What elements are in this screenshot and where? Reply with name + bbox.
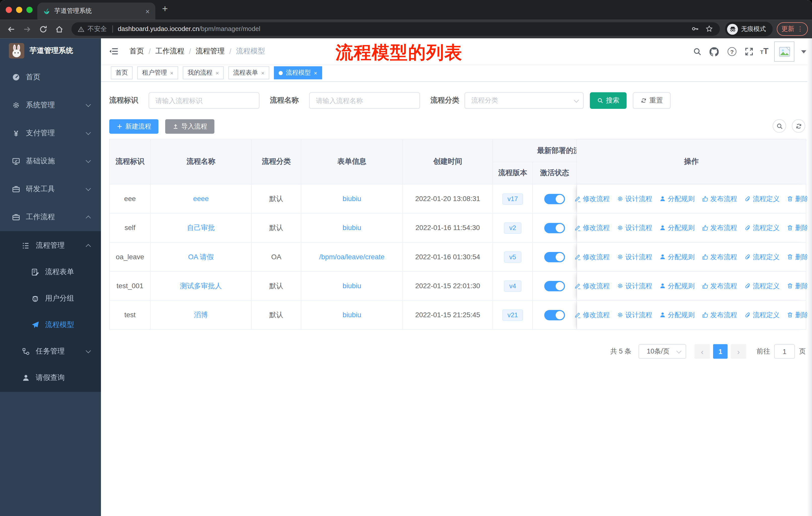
active-toggle[interactable] xyxy=(544,193,565,204)
tag-my-process[interactable]: 我的流程× xyxy=(183,66,224,79)
sidebar-item-system[interactable]: 系统管理 xyxy=(0,91,101,119)
action-publish-process[interactable]: 发布流程 xyxy=(701,310,737,320)
prev-page-button[interactable]: ‹ xyxy=(694,344,710,359)
action-publish-process[interactable]: 发布流程 xyxy=(701,252,737,262)
action-design-process[interactable]: 设计流程 xyxy=(616,281,652,291)
tag-process-form[interactable]: 流程表单× xyxy=(229,66,269,79)
active-toggle[interactable] xyxy=(544,223,565,233)
sidebar-item-workflow[interactable]: 工作流程 xyxy=(0,203,101,231)
form-info-link[interactable]: biubiu xyxy=(343,282,361,290)
action-assign-rule[interactable]: 分配规则 xyxy=(659,223,695,233)
action-edit-process[interactable]: 修改流程 xyxy=(574,194,610,203)
tag-close-icon[interactable]: × xyxy=(261,70,264,76)
action-design-process[interactable]: 设计流程 xyxy=(616,223,652,233)
process-name-link[interactable]: 自己审批 xyxy=(187,224,215,232)
version-badge[interactable]: v5 xyxy=(504,251,521,263)
version-badge[interactable]: v4 xyxy=(504,280,521,292)
version-badge[interactable]: v17 xyxy=(502,193,523,204)
address-bar[interactable]: 不安全 dashboard.yudao.iocoder.cn /bpm/mana… xyxy=(71,22,720,35)
action-publish-process[interactable]: 发布流程 xyxy=(701,194,737,203)
tag-close-icon[interactable]: × xyxy=(170,70,173,76)
action-design-process[interactable]: 设计流程 xyxy=(616,310,652,320)
process-name-link[interactable]: eeee xyxy=(193,195,209,203)
kebab-menu-icon[interactable]: ⋮ xyxy=(797,25,803,33)
refresh-table-button[interactable] xyxy=(792,119,805,133)
sidebar-item-process-model[interactable]: 流程模型 xyxy=(0,311,101,338)
sidebar-collapse-icon[interactable] xyxy=(109,47,119,55)
process-name-link[interactable]: 测试多审批人 xyxy=(180,282,222,290)
traffic-minimize-button[interactable] xyxy=(16,7,22,13)
form-info-link[interactable]: /bpm/oa/leave/create xyxy=(319,253,384,261)
new-tab-button[interactable]: + xyxy=(162,3,168,15)
next-page-button[interactable]: › xyxy=(731,344,746,359)
action-process-definition[interactable]: 流程定义 xyxy=(744,223,780,233)
tag-process-model-active[interactable]: 流程模型× xyxy=(274,66,322,79)
form-info-link[interactable]: biubiu xyxy=(343,195,361,203)
breadcrumb-workflow[interactable]: 工作流程 xyxy=(155,47,184,56)
action-process-definition[interactable]: 流程定义 xyxy=(744,252,780,262)
action-publish-process[interactable]: 发布流程 xyxy=(701,223,737,233)
sidebar-item-user-group[interactable]: 用户分组 xyxy=(0,285,101,312)
chrome-update-button[interactable]: 更新 ⋮ xyxy=(777,22,808,35)
version-badge[interactable]: v21 xyxy=(502,309,523,321)
action-edit-process[interactable]: 修改流程 xyxy=(574,223,610,233)
action-edit-process[interactable]: 修改流程 xyxy=(574,252,610,262)
sidebar-item-process-form[interactable]: 流程表单 xyxy=(0,259,101,285)
avatar-caret-icon[interactable] xyxy=(801,50,807,53)
reset-button[interactable]: 重置 xyxy=(633,92,671,109)
back-icon[interactable] xyxy=(7,25,16,34)
action-process-definition[interactable]: 流程定义 xyxy=(744,310,780,320)
page-scrollbar[interactable] xyxy=(807,38,812,516)
action-delete[interactable]: 删除 xyxy=(786,310,809,320)
sidebar-item-process-management[interactable]: 流程管理 xyxy=(0,232,101,259)
tag-home[interactable]: 首页 xyxy=(111,66,133,79)
action-assign-rule[interactable]: 分配规则 xyxy=(659,194,695,203)
action-process-definition[interactable]: 流程定义 xyxy=(744,281,780,291)
process-name-link[interactable]: 滔博 xyxy=(194,311,208,319)
password-key-icon[interactable] xyxy=(691,25,699,33)
help-icon[interactable]: ? xyxy=(728,47,736,56)
create-process-button[interactable]: 新建流程 xyxy=(109,119,158,134)
process-name-link[interactable]: OA 请假 xyxy=(188,253,214,261)
action-edit-process[interactable]: 修改流程 xyxy=(574,281,610,291)
tag-tenant[interactable]: 租户管理× xyxy=(138,66,178,79)
sidebar-item-devtools[interactable]: 研发工具 xyxy=(0,175,101,203)
action-assign-rule[interactable]: 分配规则 xyxy=(659,252,695,262)
action-assign-rule[interactable]: 分配规则 xyxy=(659,310,695,320)
sidebar-item-home[interactable]: 首页 xyxy=(0,63,101,91)
search-button[interactable]: 搜索 xyxy=(590,92,627,109)
home-icon[interactable] xyxy=(55,25,64,34)
breadcrumb-home[interactable]: 首页 xyxy=(129,47,144,56)
current-page-button[interactable]: 1 xyxy=(713,344,728,359)
active-toggle[interactable] xyxy=(544,252,565,262)
action-delete[interactable]: 删除 xyxy=(786,194,809,203)
goto-page-input[interactable] xyxy=(774,344,795,359)
form-info-link[interactable]: biubiu xyxy=(343,224,361,232)
avatar[interactable] xyxy=(774,42,794,62)
browser-tab[interactable]: 芋道管理系统 × xyxy=(37,2,155,20)
reload-icon[interactable] xyxy=(39,25,48,34)
sidebar-item-infra[interactable]: 基础设施 xyxy=(0,147,101,175)
action-design-process[interactable]: 设计流程 xyxy=(616,252,652,262)
forward-icon[interactable] xyxy=(23,25,32,34)
github-icon[interactable] xyxy=(709,47,719,56)
page-size-select[interactable]: 10条/页 xyxy=(639,344,686,359)
traffic-close-button[interactable] xyxy=(6,7,12,13)
sidebar-item-payment[interactable]: ¥ 支付管理 xyxy=(0,119,101,147)
tag-close-icon[interactable]: × xyxy=(314,70,317,76)
action-delete[interactable]: 删除 xyxy=(786,252,809,262)
tag-close-icon[interactable]: × xyxy=(216,70,219,76)
font-size-icon[interactable]: TT xyxy=(760,47,768,56)
process-name-input[interactable] xyxy=(309,92,420,109)
process-category-select[interactable]: 流程分类 xyxy=(464,92,583,109)
version-badge[interactable]: v2 xyxy=(504,222,521,234)
tab-close-icon[interactable]: × xyxy=(145,7,150,16)
action-assign-rule[interactable]: 分配规则 xyxy=(659,281,695,291)
action-delete[interactable]: 删除 xyxy=(786,223,809,233)
import-process-button[interactable]: 导入流程 xyxy=(165,119,214,134)
bookmark-star-icon[interactable] xyxy=(705,25,713,33)
action-delete[interactable]: 删除 xyxy=(786,281,809,291)
action-design-process[interactable]: 设计流程 xyxy=(616,194,652,203)
fullscreen-icon[interactable] xyxy=(745,47,754,56)
traffic-zoom-button[interactable] xyxy=(26,7,33,13)
